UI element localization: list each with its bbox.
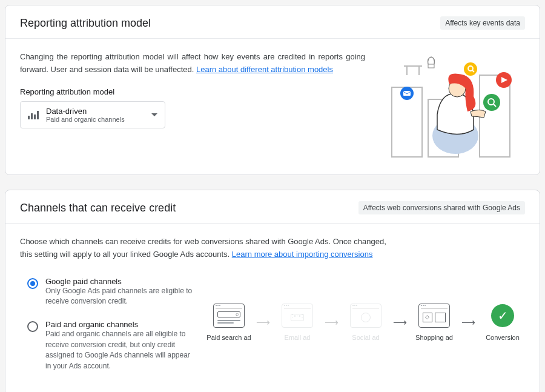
attribution-model-card: Reporting attribution model Affects key …: [5, 5, 540, 175]
flow-email: Email ad: [275, 304, 320, 341]
card-description: Changing the reporting attribution model…: [20, 51, 365, 76]
channel-radio-group: Google paid channels Only Google Ads pai…: [20, 273, 203, 375]
radio-title: Paid and organic channels: [45, 320, 196, 329]
radio-button-unselected-icon: [27, 321, 38, 332]
radio-button-selected-icon: [27, 278, 38, 289]
svg-point-14: [483, 94, 500, 111]
flow-social: Social ad: [343, 304, 388, 341]
flow-shopping: Shopping ad: [412, 304, 457, 341]
radio-title: Google paid channels: [45, 277, 196, 286]
dropdown-label: Reporting attribution model: [20, 87, 365, 96]
arrow-icon: ⟶: [256, 316, 270, 328]
card-description: Choose which channels can receive credit…: [20, 236, 395, 261]
svg-rect-10: [403, 91, 411, 96]
conversion-flow-diagram: Paid search ad ⟶ Email ad ⟶ Soci: [206, 304, 525, 341]
attribution-model-dropdown[interactable]: Data-driven Paid and organic channels: [20, 101, 165, 128]
attribution-illustration: [380, 51, 525, 160]
flow-paid-search: Paid search ad: [206, 304, 251, 341]
dropdown-value: Data-driven: [46, 107, 144, 116]
checkmark-icon: ✓: [491, 304, 514, 327]
flow-conversion: ✓ Conversion: [480, 304, 525, 341]
radio-description: Only Google Ads paid channels are eligib…: [45, 286, 196, 307]
shopping-icon: [418, 304, 450, 328]
radio-paid-and-organic-channels[interactable]: Paid and organic channels Paid and organ…: [20, 316, 203, 375]
dropdown-subtext: Paid and organic channels: [46, 116, 144, 123]
card-header: Reporting attribution model Affects key …: [5, 5, 540, 39]
card-title: Reporting attribution model: [20, 17, 151, 30]
learn-more-link[interactable]: Learn about different attribution models: [196, 65, 333, 74]
svg-rect-6: [428, 64, 434, 68]
arrow-icon: ⟶: [461, 316, 475, 328]
channels-credit-card: Channels that can receive credit Affects…: [5, 190, 540, 392]
paid-search-icon: [213, 304, 245, 328]
affects-badge: Affects web conversions shared with Goog…: [358, 201, 525, 214]
radio-description: Paid and organic channels are all eligib…: [45, 329, 196, 371]
learn-more-link[interactable]: Learn more about importing conversions: [232, 250, 373, 259]
arrow-icon: ⟶: [325, 316, 339, 328]
bar-chart-icon: [28, 110, 40, 119]
card-header: Channels that can receive credit Affects…: [5, 190, 540, 224]
arrow-icon: ⟶: [393, 316, 407, 328]
social-icon: [350, 304, 382, 328]
affects-badge: Affects key events data: [440, 16, 525, 30]
email-icon: [282, 304, 313, 328]
chevron-down-icon: [151, 113, 157, 116]
radio-google-paid-channels[interactable]: Google paid channels Only Google Ads pai…: [20, 273, 203, 311]
card-title: Channels that can receive credit: [20, 202, 176, 214]
svg-point-11: [464, 62, 477, 76]
